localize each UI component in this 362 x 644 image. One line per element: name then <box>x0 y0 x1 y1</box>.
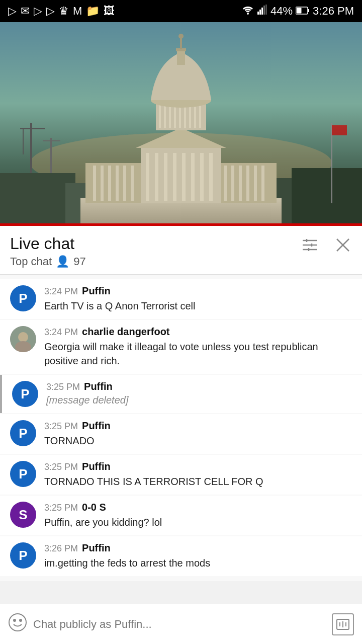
message-time: 3:25 PM <box>44 503 78 513</box>
svg-rect-4 <box>263 6 265 15</box>
chat-subtitle: Top chat 👤 97 <box>10 255 86 268</box>
message-text-deleted: [message deleted] <box>46 394 352 406</box>
svg-rect-43 <box>200 153 204 201</box>
svg-rect-2 <box>259 10 261 15</box>
top-chat-label: Top chat <box>10 255 52 268</box>
notification-icon-folder: 📁 <box>86 5 100 18</box>
notification-icon-crown: ♛ <box>59 5 69 18</box>
video-progress-bar[interactable] <box>0 223 362 226</box>
chat-message: P 3:26 PM Puffin im.getting the feds to … <box>0 536 362 576</box>
chat-message: P 3:24 PM Puffin Earth TV is a Q Anon Te… <box>0 279 362 319</box>
wifi-icon <box>241 5 254 18</box>
message-time: 3:25 PM <box>44 462 78 472</box>
message-meta: 3:25 PM Puffin <box>46 381 352 392</box>
close-button[interactable] <box>334 236 352 258</box>
avatar <box>10 326 36 352</box>
clock: 3:26 PM <box>313 5 354 18</box>
svg-rect-59 <box>180 37 182 49</box>
status-bar-right: 44% 3:26 PM <box>241 5 354 18</box>
message-author: Puffin <box>82 461 111 472</box>
svg-rect-12 <box>20 128 45 129</box>
svg-rect-30 <box>224 166 227 201</box>
notification-icon-mastodon: M <box>73 5 82 18</box>
svg-point-75 <box>14 619 16 621</box>
message-author: Puffin <box>82 420 111 432</box>
notification-icon-youtube2: ▷ <box>34 5 42 18</box>
message-time: 3:25 PM <box>44 421 78 432</box>
svg-rect-41 <box>182 153 186 201</box>
svg-rect-44 <box>209 153 213 201</box>
message-content: 3:24 PM charlie dangerfoot Georgia will … <box>44 326 352 368</box>
message-content: 3:24 PM Puffin Earth TV is a Q Anon Terr… <box>44 285 352 313</box>
battery-icon <box>296 5 310 18</box>
chat-message: P 3:25 PM Puffin TORNADO THIS IS A TERRO… <box>0 455 362 495</box>
message-text: TORNADO THIS IS A TERRORIST CELL FOR Q <box>44 474 352 489</box>
message-time: 3:24 PM <box>44 327 78 338</box>
notification-icon-youtube: ▷ <box>8 5 17 18</box>
svg-rect-19 <box>292 168 362 226</box>
emoji-button[interactable] <box>8 613 27 636</box>
message-author: Puffin <box>82 285 111 297</box>
svg-rect-32 <box>239 166 242 201</box>
video-player[interactable] <box>0 22 362 226</box>
message-time: 3:25 PM <box>46 382 80 392</box>
chat-message: S 3:25 PM 0-0 S Puffin, are you kidding?… <box>0 496 362 535</box>
chat-message-deleted: P 3:25 PM Puffin [message deleted] <box>0 375 362 413</box>
message-text: im.getting the feds to arrest the mods <box>44 556 352 570</box>
avatar: P <box>10 285 36 311</box>
chat-message: 3:24 PM charlie dangerfoot Georgia will … <box>0 320 362 374</box>
message-text: TORNADO <box>44 434 352 448</box>
svg-rect-16 <box>0 173 75 226</box>
svg-point-72 <box>18 332 28 342</box>
message-text: Georgia will make it illeagal to vote un… <box>44 340 352 368</box>
svg-rect-42 <box>191 153 195 201</box>
message-meta: 3:25 PM Puffin <box>44 461 352 472</box>
svg-rect-1 <box>257 12 259 15</box>
svg-point-60 <box>178 34 184 39</box>
avatar: P <box>10 542 36 569</box>
chat-message: P 3:25 PM Puffin TORNADO <box>0 414 362 454</box>
svg-rect-38 <box>155 153 158 201</box>
avatar: S <box>10 502 36 528</box>
filter-button[interactable] <box>300 236 320 258</box>
notification-icon-image: 🖼 <box>104 5 115 18</box>
battery-percent: 44% <box>270 5 293 18</box>
svg-rect-5 <box>265 5 267 15</box>
svg-rect-29 <box>131 166 134 201</box>
status-bar-left: ▷ ✉ ▷ ▷ ♛ M 📁 🖼 <box>8 5 115 18</box>
avatar: P <box>10 461 36 487</box>
svg-rect-8 <box>308 9 309 12</box>
message-meta: 3:25 PM 0-0 S <box>44 502 352 513</box>
svg-rect-25 <box>101 166 104 201</box>
viewer-count: 97 <box>73 255 85 268</box>
send-button[interactable] <box>332 613 354 635</box>
svg-rect-24 <box>93 166 96 201</box>
chat-header: Live chat Top chat 👤 97 <box>0 226 362 275</box>
svg-point-76 <box>20 619 22 621</box>
message-text: Puffin, are you kidding? lol <box>44 515 352 529</box>
signal-icon <box>257 5 267 18</box>
message-author: Puffin <box>82 542 111 554</box>
chat-messages-container: P 3:24 PM Puffin Earth TV is a Q Anon Te… <box>0 275 362 581</box>
avatar: P <box>12 381 38 407</box>
notification-icon-message: ✉ <box>21 5 30 18</box>
message-content: 3:26 PM Puffin im.getting the feds to ar… <box>44 542 352 570</box>
chat-input-bar <box>0 604 362 644</box>
message-meta: 3:24 PM charlie dangerfoot <box>44 326 352 338</box>
message-text: Earth TV is a Q Anon Terrorist cell <box>44 299 352 313</box>
message-author: charlie dangerfoot <box>82 326 169 338</box>
viewer-count-icon: 👤 <box>56 255 69 268</box>
svg-rect-28 <box>123 166 126 201</box>
message-content: 3:25 PM 0-0 S Puffin, are you kidding? l… <box>44 502 352 529</box>
svg-point-0 <box>247 13 249 15</box>
capitol-building-image <box>0 22 362 226</box>
message-meta: 3:25 PM Puffin <box>44 420 352 432</box>
svg-rect-37 <box>146 153 149 201</box>
message-content: 3:25 PM Puffin TORNADO THIS IS A TERRORI… <box>44 461 352 489</box>
svg-rect-35 <box>261 166 264 201</box>
svg-rect-57 <box>177 50 185 65</box>
chat-title: Live chat <box>10 234 86 253</box>
message-meta: 3:24 PM Puffin <box>44 285 352 297</box>
chat-input[interactable] <box>33 618 326 631</box>
avatar: P <box>10 420 36 446</box>
